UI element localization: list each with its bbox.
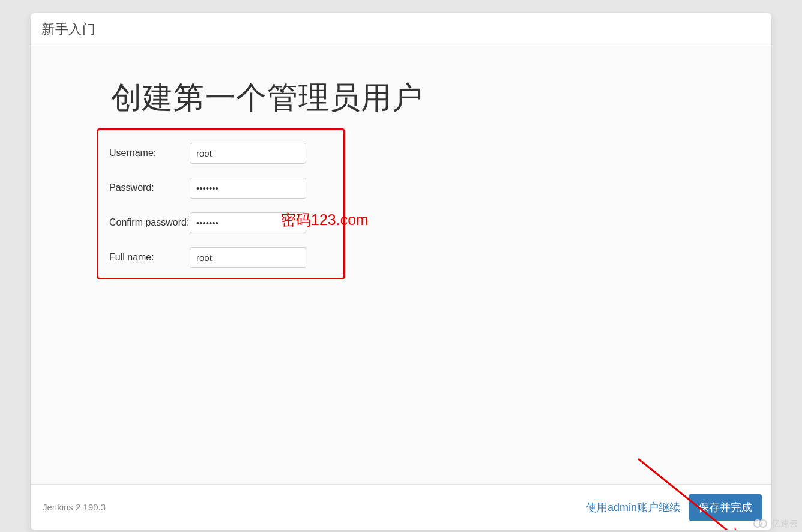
password-label: Password:: [109, 182, 190, 193]
dialog-footer: Jenkins 2.190.3 使用admin账户继续 保存并完成: [31, 484, 771, 530]
watermark: 亿速云: [753, 518, 798, 530]
form-row-password: Password:: [109, 177, 333, 199]
password-input[interactable]: [190, 178, 306, 199]
save-and-finish-button[interactable]: 保存并完成: [689, 494, 762, 521]
jenkins-version: Jenkins 2.190.3: [43, 502, 106, 512]
username-input[interactable]: [190, 143, 306, 164]
fullname-input[interactable]: [190, 247, 306, 268]
form-highlight-box: Username: Password: Confirm password: Fu…: [97, 128, 345, 279]
dialog-title: 新手入门: [41, 20, 95, 38]
watermark-logo-icon: [753, 519, 769, 530]
form-row-username: Username:: [109, 142, 333, 164]
password-annotation: 密码123.com: [281, 210, 369, 230]
confirm-password-label: Confirm password:: [109, 217, 190, 228]
fullname-label: Full name:: [109, 252, 190, 263]
setup-wizard-dialog: 新手入门 创建第一个管理员用户 Username: Password: Conf…: [31, 13, 771, 530]
page-title: 创建第一个管理员用户: [111, 77, 691, 119]
dialog-header: 新手入门: [31, 13, 771, 46]
form-row-fullname: Full name:: [109, 247, 333, 268]
continue-as-admin-link[interactable]: 使用admin账户继续: [586, 500, 680, 515]
watermark-text: 亿速云: [771, 518, 798, 530]
username-label: Username:: [109, 148, 190, 158]
footer-actions: 使用admin账户继续 保存并完成: [586, 494, 762, 521]
dialog-body: 创建第一个管理员用户 Username: Password: Confirm p…: [31, 46, 771, 484]
